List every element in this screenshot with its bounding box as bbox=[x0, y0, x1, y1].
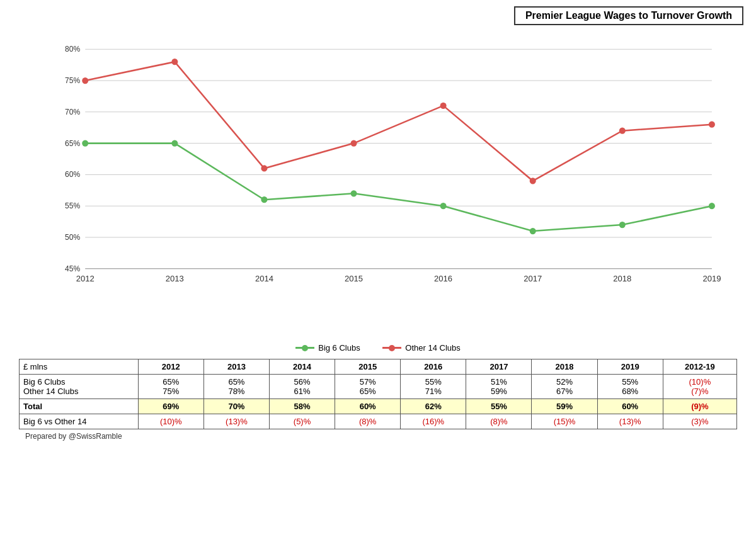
svg-text:2016: 2016 bbox=[434, 274, 452, 283]
legend-other14-line bbox=[382, 347, 401, 349]
big6-2015: 57% bbox=[360, 377, 376, 387]
data-table: £ mlns 2012 2013 2014 2015 2016 2017 201… bbox=[19, 359, 737, 429]
other14-range: (7)% bbox=[691, 387, 708, 396]
other14-row-label: Other 14 Clubs bbox=[23, 387, 78, 396]
svg-point-32 bbox=[709, 203, 715, 209]
table-diff-row: Big 6 vs Other 14 (10)% (13)% (5)% (8)% … bbox=[20, 414, 737, 429]
other14-2015: 65% bbox=[360, 387, 376, 396]
diff-2016: (16)% bbox=[401, 414, 466, 429]
clubs-label: Big 6 Clubs Other 14 Clubs bbox=[20, 375, 139, 399]
svg-point-35 bbox=[261, 165, 267, 171]
diff-2012: (10)% bbox=[138, 414, 203, 429]
svg-text:2015: 2015 bbox=[345, 274, 363, 283]
legend-big6-line bbox=[295, 347, 314, 349]
big6-row-label: Big 6 Clubs bbox=[23, 377, 65, 387]
big6-2017: 51% bbox=[491, 377, 507, 387]
table-header-row: £ mlns 2012 2013 2014 2015 2016 2017 201… bbox=[20, 359, 737, 375]
total-2015: 60% bbox=[335, 399, 401, 414]
diff-2014: (5)% bbox=[269, 414, 335, 429]
svg-text:2019: 2019 bbox=[702, 274, 721, 283]
svg-text:70%: 70% bbox=[65, 108, 80, 116]
other14-2012: 75% bbox=[163, 387, 179, 396]
clubs-2018: 52% 67% bbox=[532, 375, 597, 399]
chart-legend: Big 6 Clubs Other 14 Clubs bbox=[13, 341, 743, 353]
svg-point-37 bbox=[440, 103, 447, 109]
clubs-2015: 57% 65% bbox=[335, 375, 401, 399]
legend-other14: Other 14 Clubs bbox=[382, 343, 460, 353]
svg-text:55%: 55% bbox=[65, 201, 80, 210]
svg-text:2013: 2013 bbox=[166, 274, 184, 283]
svg-text:2018: 2018 bbox=[613, 274, 631, 283]
svg-point-30 bbox=[530, 228, 536, 234]
other14-2018: 67% bbox=[556, 387, 573, 396]
total-2013: 70% bbox=[203, 399, 269, 414]
diff-label: Big 6 vs Other 14 bbox=[20, 414, 139, 429]
big6-2012: 65% bbox=[163, 377, 179, 387]
svg-point-31 bbox=[619, 222, 626, 228]
legend-other14-label: Other 14 Clubs bbox=[405, 343, 460, 353]
other14-2016: 71% bbox=[425, 387, 442, 396]
prepared-by: Prepared by @SwissRamble bbox=[13, 429, 743, 441]
diff-2019: (13)% bbox=[597, 414, 663, 429]
clubs-2014: 56% 61% bbox=[269, 375, 335, 399]
svg-point-36 bbox=[350, 140, 357, 146]
clubs-2019: 55% 68% bbox=[597, 375, 663, 399]
other14-2013: 78% bbox=[228, 387, 244, 396]
header-2014: 2014 bbox=[269, 359, 335, 375]
diff-2018: (15)% bbox=[532, 414, 597, 429]
svg-point-29 bbox=[440, 203, 447, 209]
svg-point-39 bbox=[619, 128, 626, 134]
chart-inner: 80%75%70%65%60%55%50%45%2012201320142015… bbox=[54, 43, 724, 301]
svg-text:45%: 45% bbox=[65, 264, 80, 273]
clubs-2016: 55% 71% bbox=[401, 375, 466, 399]
diff-2015: (8)% bbox=[335, 414, 401, 429]
svg-text:65%: 65% bbox=[65, 139, 80, 148]
big6-2014: 56% bbox=[294, 377, 311, 387]
diff-2017: (8)% bbox=[466, 414, 532, 429]
chart-svg: 80%75%70%65%60%55%50%45%2012201320142015… bbox=[54, 43, 724, 301]
chart-area: 80%75%70%65%60%55%50%45%2012201320142015… bbox=[19, 37, 737, 339]
chart-title: Premier League Wages to Turnover Growth bbox=[514, 6, 743, 25]
svg-text:50%: 50% bbox=[65, 233, 80, 242]
table-total-row: Total 69% 70% 58% 60% 62% 55% 59% 60% (9… bbox=[20, 399, 737, 414]
legend-big6-label: Big 6 Clubs bbox=[318, 343, 360, 353]
total-label: Total bbox=[20, 399, 139, 414]
clubs-2017: 51% 59% bbox=[466, 375, 532, 399]
header-2015: 2015 bbox=[335, 359, 401, 375]
other14-2014: 61% bbox=[294, 387, 311, 396]
svg-point-25 bbox=[82, 140, 88, 146]
svg-text:2017: 2017 bbox=[524, 274, 542, 283]
other14-2019: 68% bbox=[622, 387, 638, 396]
svg-point-26 bbox=[171, 140, 178, 146]
diff-range: (3)% bbox=[663, 414, 736, 429]
header-range: 2012-19 bbox=[663, 359, 736, 375]
svg-text:60%: 60% bbox=[65, 170, 80, 179]
svg-point-34 bbox=[171, 59, 178, 65]
svg-point-28 bbox=[350, 190, 357, 196]
main-container: Premier League Wages to Turnover Growth … bbox=[0, 0, 756, 447]
header-2016: 2016 bbox=[401, 359, 466, 375]
total-range: (9)% bbox=[663, 399, 736, 414]
header-label: £ mlns bbox=[20, 359, 139, 375]
svg-text:75%: 75% bbox=[65, 76, 80, 85]
header-2013: 2013 bbox=[203, 359, 269, 375]
header-2019: 2019 bbox=[597, 359, 663, 375]
svg-point-40 bbox=[709, 122, 715, 128]
big6-2016: 55% bbox=[425, 377, 442, 387]
svg-text:2014: 2014 bbox=[255, 274, 273, 283]
clubs-2013: 65% 78% bbox=[203, 375, 269, 399]
total-2016: 62% bbox=[401, 399, 466, 414]
total-2018: 59% bbox=[532, 399, 597, 414]
header-2017: 2017 bbox=[466, 359, 532, 375]
svg-text:80%: 80% bbox=[65, 45, 80, 54]
svg-point-33 bbox=[82, 77, 88, 84]
total-2014: 58% bbox=[269, 399, 335, 414]
diff-2013: (13)% bbox=[203, 414, 269, 429]
header-2012: 2012 bbox=[138, 359, 203, 375]
svg-point-27 bbox=[261, 196, 267, 203]
total-2012: 69% bbox=[138, 399, 203, 414]
other14-2017: 59% bbox=[491, 387, 507, 396]
big6-2018: 52% bbox=[556, 377, 573, 387]
clubs-range: (10)% (7)% bbox=[663, 375, 736, 399]
table-clubs-row: Big 6 Clubs Other 14 Clubs 65% 75% 65% 7… bbox=[20, 375, 737, 399]
